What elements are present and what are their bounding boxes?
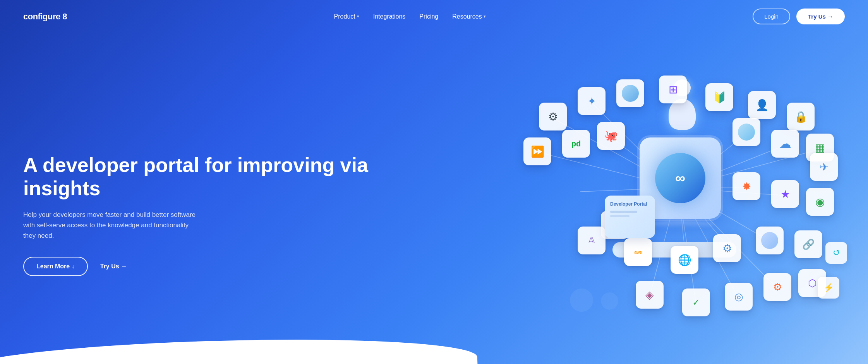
nav-link-integrations[interactable]: Integrations xyxy=(373,13,406,20)
github-icon: ⚙ xyxy=(548,110,558,123)
hero-title: A developer portal for improving via ins… xyxy=(23,154,393,200)
octocat-icon: 🐙 xyxy=(604,130,618,143)
icon-tile-purple: ★ xyxy=(771,180,799,208)
gear2-icon: ⚙ xyxy=(773,281,782,293)
login-button[interactable]: Login xyxy=(753,9,790,24)
circle3-icon: ◎ xyxy=(734,291,743,303)
icon-tile-lock: 🔒 xyxy=(787,103,815,130)
grid-icon: ⊞ xyxy=(669,83,678,96)
nav-link-resources[interactable]: Resources ▾ xyxy=(452,13,485,20)
cloud-icon: ☁ xyxy=(779,136,791,151)
analytics-icon: 𝔸 xyxy=(588,235,595,246)
deco-circle-1 xyxy=(570,288,593,312)
hex-icon: ⬡ xyxy=(808,277,817,289)
bolt-icon: ⚡ xyxy=(823,283,834,293)
aws-icon: aws xyxy=(634,250,642,254)
nav-item-integrations[interactable]: Integrations xyxy=(373,13,406,20)
icon-tile-far1: ◈ xyxy=(636,281,664,309)
hero-illustration: .conn-line { stroke: rgba(255,255,255,0.… xyxy=(393,56,845,358)
nav-item-resources[interactable]: Resources ▾ xyxy=(452,13,485,20)
icon-tile-circle2 xyxy=(732,118,760,146)
hero-section: configure 8 Product ▾ Integrations Prici… xyxy=(0,0,868,364)
iso-grid: .conn-line { stroke: rgba(255,255,255,0.… xyxy=(516,72,845,350)
icon-tile-far2: ✓ xyxy=(682,288,710,316)
star-icon: ★ xyxy=(781,188,790,201)
icon-tile-github2: 🐙 xyxy=(597,122,625,150)
azure-icon: ✦ xyxy=(587,95,596,108)
icon-tile-aws: aws xyxy=(624,238,652,266)
nav-links: Product ▾ Integrations Pricing Resources… xyxy=(334,13,486,20)
icon-tile-user: 👤 xyxy=(748,91,776,119)
chevron-down-icon: ▾ xyxy=(357,14,359,19)
icon-tile-colorful: ⊞ xyxy=(659,76,687,103)
navbar: configure 8 Product ▾ Integrations Prici… xyxy=(0,0,868,33)
nav-item-product[interactable]: Product ▾ xyxy=(334,13,359,20)
settings-icon: ⚙ xyxy=(722,242,732,255)
cursor-icon: 🔰 xyxy=(713,91,726,104)
google-icon: 🌐 xyxy=(678,254,691,266)
icon-tile-telegram: ✈ xyxy=(810,153,838,181)
refresh-icon: ↺ xyxy=(833,248,840,258)
icon-tile-bot6: 🔗 xyxy=(794,230,822,258)
icon-tile-bot1: 𝔸 xyxy=(578,227,606,254)
lock-icon: 🔒 xyxy=(794,110,808,123)
icon-tile-cloud: ☁ xyxy=(771,130,799,158)
telegram-icon: ✈ xyxy=(820,161,829,173)
try-us-button-hero[interactable]: Try Us → xyxy=(100,263,127,270)
hub-icon: ∞ xyxy=(675,170,685,186)
nav-actions: Login Try Us → xyxy=(753,9,845,24)
icon-tile-small2: ⚡ xyxy=(818,277,839,299)
icon-tile-orange: ✸ xyxy=(732,172,760,200)
diamond-icon: ◈ xyxy=(645,288,654,301)
icon-tile-azure: ✦ xyxy=(578,87,606,115)
link-icon: 🔗 xyxy=(802,239,815,251)
circle-icon: ◉ xyxy=(815,196,825,208)
chevron-down-icon: ▾ xyxy=(484,14,486,19)
icon-tile-far3: ◎ xyxy=(725,283,753,311)
dev-portal-label: Developer Portal xyxy=(610,201,650,208)
icon-tile-small1: ↺ xyxy=(825,242,847,264)
icon-tile-circle1 xyxy=(616,79,644,107)
nav-link-pricing[interactable]: Pricing xyxy=(419,13,438,20)
fast-forward-icon: ⏩ xyxy=(531,145,544,158)
deco-circle-2 xyxy=(601,292,618,310)
icon-tile-github: ⚙ xyxy=(539,103,567,130)
flame-icon: ✸ xyxy=(742,180,751,193)
icon-tile-fast: ⏩ xyxy=(523,137,551,165)
icon-tile-bot4: ⚙ xyxy=(713,234,741,262)
icon-tile-bot5 xyxy=(756,227,784,254)
check-icon: ✓ xyxy=(692,297,700,308)
grid2-icon: ▦ xyxy=(815,141,825,154)
pagerduty-icon: pd xyxy=(571,139,581,148)
icon-tile-cursor: 🔰 xyxy=(705,83,733,111)
hero-buttons: Learn More ↓ Try Us → xyxy=(23,257,393,276)
hero-subtitle: Help your developers move faster and bui… xyxy=(23,209,201,241)
icon-tile-green-circle: ◉ xyxy=(806,188,834,216)
icon-tile-google: 🌐 xyxy=(671,246,698,274)
nav-item-pricing[interactable]: Pricing xyxy=(419,13,438,20)
icon-tile-far4: ⚙ xyxy=(763,273,791,301)
learn-more-button[interactable]: Learn More ↓ xyxy=(23,257,88,276)
icon-tile-pagerduty: pd xyxy=(562,130,590,158)
developer-portal-card: Developer Portal xyxy=(605,196,655,238)
try-us-button-nav[interactable]: Try Us → xyxy=(796,9,845,24)
nav-link-product[interactable]: Product ▾ xyxy=(334,13,359,20)
hero-content: A developer portal for improving via ins… xyxy=(0,33,868,358)
hero-text: A developer portal for improving via ins… xyxy=(23,138,393,276)
logo[interactable]: configure 8 xyxy=(23,12,67,22)
user-icon: 👤 xyxy=(755,99,769,112)
